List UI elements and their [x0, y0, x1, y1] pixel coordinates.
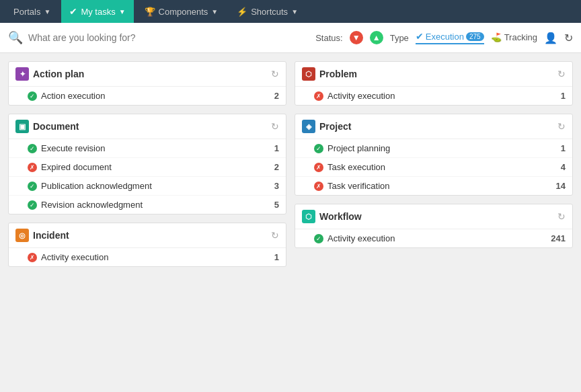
execution-label: Execution — [426, 32, 464, 42]
search-icon: 🔍 — [8, 30, 23, 45]
row-label[interactable]: Task execution — [327, 162, 385, 172]
type-label: Type — [390, 33, 409, 43]
row-left: Activity execution — [314, 233, 395, 243]
assign-icon[interactable]: 👤 — [544, 32, 557, 44]
nav-shortcuts[interactable]: ⚡ Shortcuts ▼ — [229, 0, 306, 23]
card-title-wrap-action-plan: ✦ Action plan — [15, 67, 84, 81]
execution-badge: 275 — [466, 32, 484, 41]
card-refresh-action-plan[interactable]: ↻ — [271, 69, 279, 79]
row-label[interactable]: Action execution — [41, 91, 105, 101]
status-label: Status: — [315, 33, 342, 43]
status-dot — [28, 163, 37, 172]
row-label[interactable]: Activity execution — [327, 91, 395, 101]
row-count: 1 — [274, 143, 279, 153]
row-label[interactable]: Expired document — [41, 162, 112, 172]
status-dot — [28, 200, 37, 210]
row-label[interactable]: Project planning — [327, 143, 390, 153]
card-title-incident: Incident — [33, 230, 69, 241]
row-count: 2 — [274, 91, 279, 101]
card-refresh-workflow[interactable]: ↻ — [557, 211, 566, 222]
row-left: Publication acknowledgment — [28, 181, 152, 191]
row-left: Task verification — [314, 181, 389, 191]
card-title-problem: Problem — [319, 69, 357, 79]
row-label[interactable]: Task verification — [327, 181, 389, 191]
row-count: 2 — [274, 162, 279, 172]
row-count: 1 — [561, 91, 566, 101]
row-count: 4 — [561, 162, 566, 172]
my-tasks-label: My tasks — [81, 7, 115, 17]
card-icon-problem: ⬡ — [302, 67, 315, 81]
nav-components[interactable]: 🏆 Components ▼ — [137, 0, 227, 23]
card-project: ◈ Project ↻ Project planning 1 Task exec… — [295, 114, 573, 196]
card-header-workflow: ⬡ Workflow ↻ — [295, 204, 572, 229]
row-count: 14 — [556, 181, 566, 191]
card-refresh-document[interactable]: ↻ — [271, 121, 279, 132]
card-header-action-plan: ✦ Action plan ↻ — [9, 62, 286, 87]
row-left: Expired document — [28, 162, 112, 172]
table-row: Task execution 4 — [295, 158, 572, 177]
card-title-document: Document — [33, 121, 79, 132]
card-header-incident: ◎ Incident ↻ — [9, 223, 286, 248]
row-count: 1 — [561, 143, 566, 153]
bolt-icon: ⚡ — [237, 7, 247, 17]
card-refresh-incident[interactable]: ↻ — [271, 230, 279, 241]
card-refresh-project[interactable]: ↻ — [557, 121, 566, 132]
table-row: Project planning 1 — [295, 139, 572, 158]
card-title-action-plan: Action plan — [33, 69, 84, 79]
card-document: ▣ Document ↻ Execute revision 1 Expired … — [8, 114, 286, 214]
card-title-wrap-problem: ⬡ Problem — [302, 67, 357, 81]
card-incident: ◎ Incident ↻ Activity execution 1 — [8, 223, 286, 267]
row-label[interactable]: Activity execution — [327, 233, 395, 243]
portals-arrow: ▼ — [44, 8, 50, 15]
table-row: Activity execution 1 — [9, 248, 286, 266]
refresh-icon[interactable]: ↻ — [564, 32, 573, 44]
components-label: Components — [159, 7, 208, 17]
card-refresh-problem[interactable]: ↻ — [557, 69, 566, 79]
nav-my-tasks[interactable]: ✔ My tasks ▼ — [61, 0, 133, 23]
card-title-workflow: Workflow — [319, 211, 362, 222]
card-header-document: ▣ Document ↻ — [9, 114, 286, 139]
row-left: Revision acknowledgment — [28, 200, 143, 210]
top-navigation: Portals ▼ ✔ My tasks ▼ 🏆 Components ▼ ⚡ … — [0, 0, 581, 23]
tracking-label: Tracking — [504, 32, 537, 42]
card-icon-incident: ◎ — [15, 229, 29, 242]
execution-check-icon: ✔ — [416, 31, 424, 42]
table-row: Activity execution 241 — [295, 229, 572, 247]
row-label[interactable]: Execute revision — [41, 143, 105, 153]
execution-tab[interactable]: ✔ Execution 275 — [416, 31, 484, 44]
card-icon-document: ▣ — [15, 120, 29, 133]
card-workflow: ⬡ Workflow ↻ Activity execution 241 — [295, 204, 573, 248]
tracking-icon: ⛳ — [491, 32, 502, 42]
trophy-icon: 🏆 — [145, 7, 155, 17]
table-row: Action execution 2 — [9, 87, 286, 105]
row-left: Activity execution — [28, 252, 108, 262]
row-count: 1 — [274, 252, 279, 262]
row-count: 5 — [274, 200, 279, 210]
table-row: Revision acknowledgment 5 — [9, 196, 286, 214]
card-title-wrap-document: ▣ Document — [15, 120, 79, 133]
card-icon-project: ◈ — [302, 120, 315, 133]
row-count: 241 — [551, 233, 566, 243]
card-icon-action-plan: ✦ — [15, 67, 29, 81]
row-left: Activity execution — [314, 91, 395, 101]
search-bar: 🔍 Status: ▼ ▲ Type ✔ Execution 275 ⛳ Tra… — [0, 23, 581, 53]
status-dot — [314, 234, 323, 243]
row-label[interactable]: Activity execution — [41, 252, 108, 262]
card-action-plan: ✦ Action plan ↻ Action execution 2 — [8, 61, 286, 106]
nav-portals[interactable]: Portals ▼ — [5, 0, 59, 23]
card-header-project: ◈ Project ↻ — [295, 114, 572, 139]
table-row: Execute revision 1 — [9, 139, 286, 158]
table-row: Activity execution 1 — [295, 87, 572, 105]
status-dot — [28, 253, 37, 262]
row-label[interactable]: Publication acknowledgment — [41, 181, 152, 191]
status-red-button[interactable]: ▼ — [350, 31, 363, 44]
search-input[interactable] — [28, 32, 310, 43]
filter-section: Status: ▼ ▲ Type ✔ Execution 275 ⛳ Track… — [315, 31, 573, 44]
portals-label: Portals — [13, 7, 40, 17]
card-header-problem: ⬡ Problem ↻ — [295, 62, 572, 87]
row-label[interactable]: Revision acknowledgment — [41, 200, 143, 210]
row-left: Execute revision — [28, 143, 105, 153]
tracking-tab[interactable]: ⛳ Tracking — [491, 32, 537, 44]
table-row: Expired document 2 — [9, 158, 286, 177]
status-green-button[interactable]: ▲ — [370, 31, 383, 44]
